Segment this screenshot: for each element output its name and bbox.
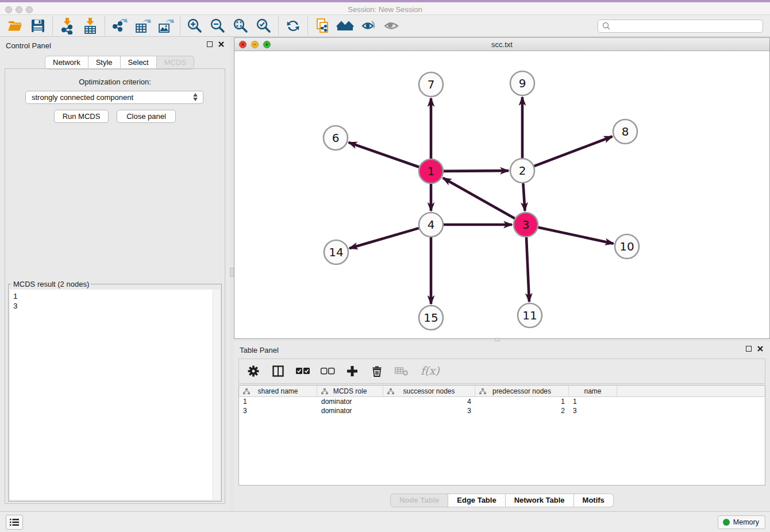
result-scrollbar[interactable] [213,290,220,500]
open-session-button[interactable] [3,16,26,36]
vertical-splitter-handle[interactable] [230,268,234,277]
close-panel-icon[interactable] [218,41,224,47]
graph-node-4[interactable]: 4 [419,213,443,237]
table-cell[interactable]: 1 [239,397,317,406]
graph-node-1[interactable]: 1 [419,159,443,183]
import-table-icon [82,17,99,34]
graph-node-14[interactable]: 14 [324,240,348,264]
window-title: Session: New Session [0,5,770,14]
gear-icon [247,365,260,377]
unselect-all-columns-button[interactable] [320,364,335,379]
graph-edge-2-3[interactable] [523,183,525,211]
table-cell[interactable]: 3 [569,406,617,415]
horizontal-splitter-handle[interactable] [495,338,500,341]
graph-node-15[interactable]: 15 [419,306,443,330]
eye-slash-icon [360,18,377,34]
graph-node-9[interactable]: 9 [510,71,534,95]
zoom-selected-icon [255,17,272,34]
toolbar-separator [105,17,105,35]
graph-edge-1-6[interactable] [349,142,419,167]
zoom-out-button[interactable] [206,16,229,36]
column-header-MCDS-role[interactable]: MCDS role [317,385,383,396]
graph-node-8[interactable]: 8 [613,119,637,144]
table-cell[interactable]: dominator [317,406,383,415]
float-panel-icon[interactable] [746,346,752,352]
column-header-shared-name[interactable]: shared name [239,385,317,396]
tab-motifs[interactable]: Motifs [574,494,614,507]
tab-mcds[interactable]: MCDS [157,56,194,70]
zoom-fit-button[interactable] [229,16,252,36]
graph-edge-4-14[interactable] [349,228,419,248]
node-table[interactable]: shared nameMCDS rolesuccessor nodesprede… [238,385,765,485]
table-cell[interactable]: 3 [239,406,317,415]
column-header-name[interactable]: name [569,385,617,396]
column-header-successor-nodes[interactable]: successor nodes [383,385,475,396]
export-network-button[interactable] [108,16,131,36]
network-graph-canvas[interactable]: 7968124314101511 [234,51,769,338]
split-pane-button[interactable] [271,364,286,379]
tab-style[interactable]: Style [88,56,121,70]
graph-node-label: 9 [519,76,526,90]
graph-node-label: 10 [619,240,634,253]
graph-edge-3-10[interactable] [538,228,614,244]
function-builder-button[interactable]: f(x) [419,364,445,379]
zoom-selected-button[interactable] [252,16,275,36]
tab-network[interactable]: Network [45,56,88,70]
task-history-button[interactable] [6,515,23,530]
memory-status-icon [723,519,730,526]
table-cell[interactable]: 2 [475,406,569,415]
zoom-in-button[interactable] [183,16,206,36]
graph-node-6[interactable]: 6 [324,126,348,150]
column-header-predecessor-nodes[interactable]: predecessor nodes [475,385,569,396]
graph-edge-2-8[interactable] [534,137,613,167]
graph-edge-3-11[interactable] [526,237,529,302]
table-row[interactable]: 1dominator411 [239,397,765,406]
status-bar: Memory [0,511,770,532]
add-column-button[interactable] [345,364,360,379]
export-table-button[interactable] [131,16,154,36]
home-layout-button[interactable] [334,16,357,36]
copy-network-button[interactable] [311,16,334,36]
save-session-button[interactable] [26,16,49,36]
search-input[interactable] [611,21,763,32]
close-panel-icon[interactable] [757,346,763,352]
export-image-button[interactable] [154,16,177,36]
graph-node-10[interactable]: 10 [615,234,639,259]
memory-button[interactable]: Memory [718,515,765,529]
delete-table-button[interactable] [394,364,409,379]
float-panel-icon[interactable] [207,41,213,47]
criterion-dropdown[interactable]: strongly connected component [25,91,203,104]
optimization-criterion-label: Optimization criterion: [0,78,230,86]
import-table-button[interactable] [79,16,102,36]
table-settings-button[interactable] [246,364,261,379]
graph-node-label: 1 [428,164,435,178]
tab-node-table[interactable]: Node Table [390,494,448,507]
table-cell[interactable]: 3 [383,406,475,415]
graph-node-11[interactable]: 11 [518,303,542,327]
close-panel-button[interactable]: Close panel [117,110,176,123]
table-row[interactable]: 3dominator323 [239,406,765,415]
graph-node-7[interactable]: 7 [419,72,443,97]
hide-graphics-details-button[interactable] [357,16,380,36]
graph-node-2[interactable]: 2 [510,159,534,183]
refresh-first-neighbors-button[interactable] [282,16,305,36]
table-cell[interactable]: 1 [569,397,617,406]
delete-columns-button[interactable] [369,364,384,379]
tab-edge-table[interactable]: Edge Table [448,494,505,507]
table-cell[interactable]: 4 [383,397,475,406]
run-mcds-button[interactable]: Run MCDS [54,110,109,123]
search-box[interactable] [598,20,763,33]
table-panel-title: Table Panel [240,346,279,354]
table-cell[interactable]: dominator [317,397,383,406]
select-all-columns-button[interactable] [295,364,310,379]
import-network-button[interactable] [56,16,79,36]
graph-edge-1-2[interactable] [444,171,509,171]
table-cell[interactable]: 1 [475,397,569,406]
tab-network-table[interactable]: Network Table [506,494,574,507]
table-toolbar: f(x) [238,358,765,384]
graph-node-3[interactable]: 3 [514,213,538,237]
mcds-result-textarea[interactable]: 1 3 [10,290,220,500]
show-graphics-details-button[interactable] [380,16,403,36]
tab-select[interactable]: Select [121,56,157,70]
graph-edge-3-1[interactable] [443,178,515,218]
